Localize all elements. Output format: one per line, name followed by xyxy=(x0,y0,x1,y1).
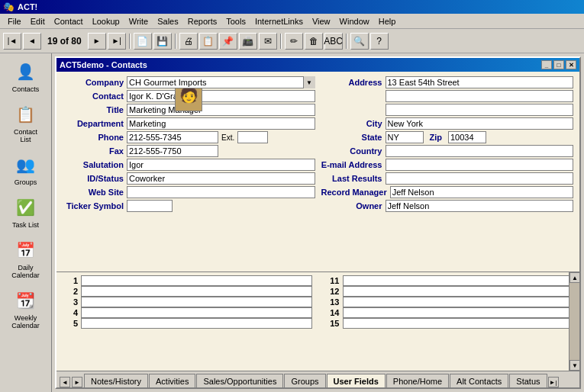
sidebar-item-contact-list[interactable]: 📋 ContactList xyxy=(3,99,49,146)
sidebar-item-groups[interactable]: 👥 Groups xyxy=(3,149,49,189)
uf-input-13[interactable] xyxy=(343,297,574,307)
maximize-button[interactable]: □ xyxy=(553,60,564,69)
city-label: City xyxy=(321,119,382,128)
uf-row-5: 5 xyxy=(63,318,312,329)
tab-nav-next-button[interactable]: ► xyxy=(72,377,82,387)
record-manager-input[interactable] xyxy=(390,186,573,198)
uf-input-11[interactable] xyxy=(343,275,574,286)
find-button[interactable]: 🔍 xyxy=(350,33,369,50)
menu-view[interactable]: View xyxy=(308,16,335,27)
state-input[interactable] xyxy=(386,131,424,143)
web-site-input[interactable] xyxy=(127,186,315,198)
address-label: Address xyxy=(321,78,382,87)
tab-alt-contacts[interactable]: Alt Contacts xyxy=(450,374,508,387)
sidebar-item-task-list[interactable]: ✅ Task List xyxy=(3,192,49,232)
print-button[interactable]: 🖨 xyxy=(179,33,198,50)
copy-button[interactable]: 📋 xyxy=(199,33,218,50)
uf-input-12[interactable] xyxy=(343,286,574,297)
app-icon: 🎭 xyxy=(3,2,15,12)
phone-row: Ext. xyxy=(127,131,268,143)
company-dropdown-arrow[interactable]: ▼ xyxy=(303,76,315,88)
menu-sales[interactable]: Sales xyxy=(153,16,183,27)
tab-nav-prev-button[interactable]: ◄ xyxy=(60,377,70,387)
menu-file[interactable]: File xyxy=(3,16,26,27)
email-button[interactable]: ✉ xyxy=(259,33,277,50)
window-controls: _ □ ✕ xyxy=(541,60,576,69)
zip-row: Zip xyxy=(386,131,487,143)
save-button[interactable]: 💾 xyxy=(153,33,172,50)
menu-help[interactable]: Help xyxy=(374,16,401,27)
phone-label: Phone xyxy=(63,133,124,142)
edit-button[interactable]: ✏ xyxy=(285,33,303,50)
tab-status[interactable]: Status xyxy=(509,374,547,387)
city-input[interactable] xyxy=(386,117,574,130)
sidebar-item-contacts[interactable]: 👤 Contacts xyxy=(3,56,49,96)
address2-input[interactable] xyxy=(386,90,574,102)
nav-next-button[interactable]: ► xyxy=(88,33,106,50)
fax-label: Fax xyxy=(63,146,124,156)
scroll-down-button[interactable]: ▼ xyxy=(569,360,579,371)
zip-input[interactable] xyxy=(448,131,486,143)
salutation-input[interactable] xyxy=(127,159,315,171)
tab-notes-history[interactable]: Notes/History xyxy=(84,374,148,387)
tab-activities[interactable]: Activities xyxy=(149,374,195,387)
id-status-input[interactable] xyxy=(127,172,315,185)
delete-button[interactable]: 🗑 xyxy=(305,33,323,50)
spell-button[interactable]: ABC xyxy=(324,33,343,50)
uf-input-14[interactable] xyxy=(343,307,574,318)
tab-user-fields[interactable]: User Fields xyxy=(327,374,386,387)
sidebar-item-daily-calendar[interactable]: 📅 DailyCalendar xyxy=(3,235,49,282)
menu-reports[interactable]: Reports xyxy=(183,16,222,27)
owner-label: Owner xyxy=(321,201,382,210)
title-input[interactable] xyxy=(127,104,315,116)
scroll-up-button[interactable]: ▲ xyxy=(569,272,579,283)
fax-input[interactable] xyxy=(127,145,218,157)
ticker-symbol-input[interactable] xyxy=(127,200,173,212)
last-results-field-row: Last Results xyxy=(321,172,574,185)
scroll-track xyxy=(569,283,579,360)
menu-window[interactable]: Window xyxy=(335,16,374,27)
uf-input-15[interactable] xyxy=(343,318,574,329)
menu-edit[interactable]: Edit xyxy=(26,16,50,27)
address3-input[interactable] xyxy=(386,104,574,116)
address-input[interactable] xyxy=(386,76,574,88)
close-button[interactable]: ✕ xyxy=(566,60,576,69)
nav-first-button[interactable]: |◄ xyxy=(3,33,21,50)
uf-input-2[interactable] xyxy=(81,286,312,297)
tab-phone-home[interactable]: Phone/Home xyxy=(386,374,449,387)
contact-input[interactable] xyxy=(127,90,315,102)
uf-row-2: 2 xyxy=(63,286,312,297)
minimize-button[interactable]: _ xyxy=(541,60,552,69)
scroll-bar: ▲ ▼ xyxy=(569,272,579,371)
uf-input-3[interactable] xyxy=(81,297,312,307)
email-input[interactable] xyxy=(386,159,574,171)
uf-input-5[interactable] xyxy=(81,318,312,329)
country-input[interactable] xyxy=(386,145,574,157)
record-manager-label: Record Manager xyxy=(321,188,387,197)
tab-groups[interactable]: Groups xyxy=(284,374,325,387)
menu-contact[interactable]: Contact xyxy=(50,16,88,27)
menu-internetlinks[interactable]: InternetLinks xyxy=(250,16,308,27)
nav-prev-button[interactable]: ◄ xyxy=(23,33,41,50)
company-input[interactable] xyxy=(127,76,315,88)
ext-input[interactable] xyxy=(237,131,268,143)
new-contact-button[interactable]: 📄 xyxy=(134,33,152,50)
tab-sales-opportunities[interactable]: Sales/Opportunities xyxy=(196,374,283,387)
owner-input[interactable] xyxy=(386,200,574,212)
menu-tools[interactable]: Tools xyxy=(221,16,250,27)
contact-list-icon: 📋 xyxy=(14,102,38,127)
tab-nav-end-button[interactable]: ►| xyxy=(548,377,559,387)
help-button[interactable]: ? xyxy=(370,33,389,50)
uf-input-1[interactable] xyxy=(81,275,312,286)
menu-lookup[interactable]: Lookup xyxy=(88,16,124,27)
phone-input[interactable] xyxy=(127,131,218,143)
last-results-input[interactable] xyxy=(386,172,574,185)
menu-write[interactable]: Write xyxy=(124,16,153,27)
app-title-bar: 🎭 ACT! xyxy=(0,0,584,14)
fax-button[interactable]: 📠 xyxy=(239,33,257,50)
department-input[interactable] xyxy=(127,117,315,130)
paste-button[interactable]: 📌 xyxy=(219,33,237,50)
sidebar-item-weekly-calendar[interactable]: 📆 WeeklyCalendar xyxy=(3,285,49,333)
uf-input-4[interactable] xyxy=(81,307,312,318)
nav-last-button[interactable]: ►| xyxy=(108,33,126,50)
